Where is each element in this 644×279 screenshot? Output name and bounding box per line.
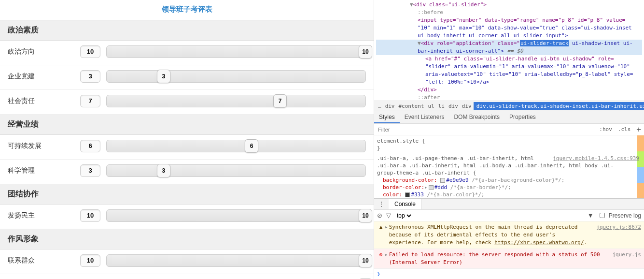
console-warning: ▲ ▸ Synchronous XMLHttpRequest on the ma… xyxy=(374,221,644,249)
tab-event-listeners[interactable]: Event Listeners xyxy=(400,111,449,123)
selected-dom-node[interactable]: ▼<div role="application" class="ui-slide… xyxy=(376,40,642,47)
slider-track[interactable]: 10 xyxy=(106,254,366,267)
styles-filter-input[interactable] xyxy=(374,125,596,134)
slider-value-input[interactable]: 3 xyxy=(80,164,100,177)
slider-row: 联系群众1010 xyxy=(0,250,374,274)
slider-value-input[interactable]: 3 xyxy=(80,70,100,83)
slider-value-input[interactable]: 6 xyxy=(80,140,100,152)
error-icon: ⊗ xyxy=(377,251,385,266)
dom-breadcrumb[interactable]: … div #content ul li div div div.ui-slid… xyxy=(374,101,644,111)
preserve-log-label: Preserve log xyxy=(609,212,641,219)
preserve-log-checkbox[interactable] xyxy=(600,213,605,218)
styles-tabs: Styles Event Listeners DOM Breakpoints P… xyxy=(374,111,644,124)
cls-toggle[interactable]: .cls xyxy=(615,126,634,132)
console-toolbar: ⊘ ▽ top ▼ Preserve log xyxy=(374,210,644,221)
new-style-rule-button[interactable]: + xyxy=(633,126,644,133)
filter-icon[interactable]: ▽ xyxy=(386,212,391,219)
styles-pane[interactable]: element.style { } jquery.mobile-1.4.5.cs… xyxy=(374,135,644,198)
form-preview-panel: 领导班子考评表 政治素质政治方向1010企业党建33社会责任77经营业绩可持续发… xyxy=(0,0,374,279)
slider-row: 可持续发展66 xyxy=(0,135,374,160)
styles-filter-row: :hov .cls + xyxy=(374,124,644,135)
section-header: 作风形象 xyxy=(0,229,374,250)
context-dropdown-icon[interactable]: ▼ xyxy=(588,212,594,219)
hov-toggle[interactable]: :hov xyxy=(596,126,615,132)
tab-properties[interactable]: Properties xyxy=(504,111,541,123)
source-link[interactable]: jquery.mobile-1.4.5.css:939 xyxy=(553,155,639,162)
slider-value-input[interactable]: 10 xyxy=(80,209,100,222)
slider-row: 发扬民主1010 xyxy=(0,205,374,229)
slider-track[interactable]: 3 xyxy=(106,70,366,83)
slider-value-input[interactable]: 10 xyxy=(80,45,100,58)
section-header: 政治素质 xyxy=(0,20,374,41)
slider-track[interactable]: 6 xyxy=(106,140,366,152)
dom-tree[interactable]: ▼<div class="ui-slider"> ::before <input… xyxy=(374,0,644,101)
console-prompt[interactable]: ❯ xyxy=(374,269,644,279)
warning-source-link[interactable]: jquery.js:8672 xyxy=(592,223,641,247)
slider-handle[interactable]: 3 xyxy=(157,70,170,83)
warning-icon: ▲ xyxy=(377,223,385,247)
slider-label: 企业党建 xyxy=(8,72,80,81)
slider-label: 联系群众 xyxy=(8,256,80,265)
tab-dom-breakpoints[interactable]: DOM Breakpoints xyxy=(449,111,504,123)
clear-console-icon[interactable]: ⊘ xyxy=(377,212,382,219)
slider-label: 可持续发展 xyxy=(8,142,80,150)
slider-row: 科学管理33 xyxy=(0,160,374,184)
form-title: 领导班子考评表 xyxy=(0,0,374,20)
slider-handle[interactable]: 10 xyxy=(359,254,372,267)
slider-track[interactable]: 3 xyxy=(106,164,366,177)
slider-handle[interactable]: 10 xyxy=(359,45,372,59)
drawer-menu-icon[interactable]: ⋮ xyxy=(374,200,389,208)
slider-row: 社会责任77 xyxy=(0,90,374,115)
slider-label: 科学管理 xyxy=(8,166,80,175)
slider-track[interactable]: 7 xyxy=(106,95,366,107)
slider-row: 选人用人1010 xyxy=(0,274,374,279)
slider-handle[interactable]: 3 xyxy=(157,164,170,177)
slider-row: 企业党建33 xyxy=(0,65,374,90)
form-sections: 政治素质政治方向1010企业党建33社会责任77经营业绩可持续发展66科学管理3… xyxy=(0,20,374,279)
slider-row: 政治方向1010 xyxy=(0,41,374,65)
console-error: ⊗ ▸ Failed to load resource: the server … xyxy=(374,249,644,269)
breadcrumb-active[interactable]: div.ui-slider-track.ui-shadow-inset.ui-b… xyxy=(474,102,644,110)
slider-label: 社会责任 xyxy=(8,97,80,105)
slider-handle[interactable]: 6 xyxy=(245,139,258,153)
console-drawer-header: ⋮ Console xyxy=(374,198,644,210)
console-messages[interactable]: ▲ ▸ Synchronous XMLHttpRequest on the ma… xyxy=(374,221,644,279)
section-header: 经营业绩 xyxy=(0,115,374,135)
context-select[interactable]: top xyxy=(395,212,413,220)
slider-value-input[interactable]: 10 xyxy=(80,254,100,267)
slider-track[interactable]: 10 xyxy=(106,209,366,222)
tab-styles[interactable]: Styles xyxy=(374,111,400,123)
slider-label: 发扬民主 xyxy=(8,211,80,220)
slider-label: 政治方向 xyxy=(8,47,80,56)
console-tab[interactable]: Console xyxy=(389,199,422,209)
slider-handle[interactable]: 7 xyxy=(273,94,287,108)
section-header: 团结协作 xyxy=(0,184,374,205)
slider-handle[interactable]: 10 xyxy=(359,209,372,222)
devtools-panel: ▼<div class="ui-slider"> ::before <input… xyxy=(374,0,644,279)
error-source-link[interactable]: jquery.js xyxy=(608,251,641,266)
slider-value-input[interactable]: 7 xyxy=(80,95,100,107)
slider-track[interactable]: 10 xyxy=(106,45,366,58)
